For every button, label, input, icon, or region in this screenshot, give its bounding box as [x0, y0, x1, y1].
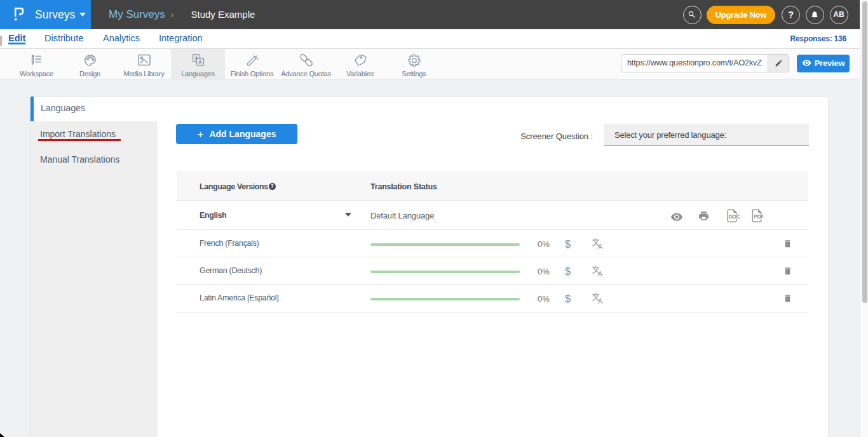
svg-text:PDF: PDF — [754, 213, 764, 220]
svg-text:A: A — [598, 243, 602, 250]
svg-text:A: A — [598, 270, 602, 277]
svg-text:DOC: DOC — [729, 213, 740, 220]
svg-text:A: A — [598, 297, 602, 304]
